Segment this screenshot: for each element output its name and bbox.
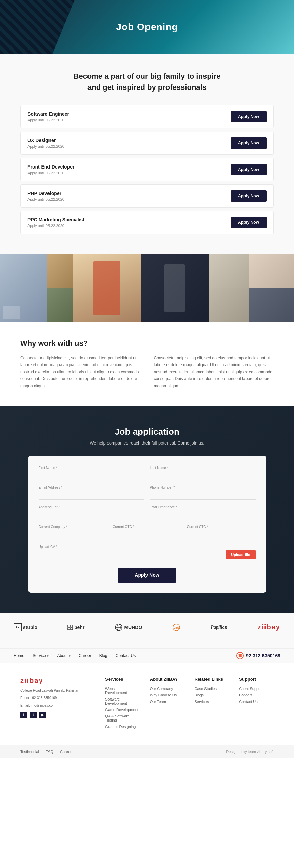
job-title-4: PPC Marketing Specialist <box>27 217 84 222</box>
apply-btn-0[interactable]: Apply Now <box>231 111 267 122</box>
footer-service-link-1[interactable]: Software Development <box>105 697 127 705</box>
job-deadline-2: Apply until 05.22.2020 <box>27 171 74 175</box>
tagline-heading: Become a part of our big family to inspi… <box>14 71 280 93</box>
footer-service-link-4[interactable]: Graphic Designing <box>105 725 136 729</box>
nav-contact[interactable]: Contact Us <box>116 653 136 658</box>
upload-label: Upload CV * <box>39 545 222 549</box>
footer-service-link-2[interactable]: Game Development <box>105 708 138 712</box>
svg-rect-0 <box>68 625 70 627</box>
footer-about-link-1[interactable]: Why Choose Us <box>150 693 177 697</box>
applying-for-input[interactable] <box>39 510 144 519</box>
footer-related-1: Blogs <box>195 693 229 697</box>
youtube-icon[interactable]: ▶ <box>39 712 46 718</box>
ctc1-input[interactable] <box>113 530 181 539</box>
footer-about-0: Our Company <box>150 687 184 691</box>
nav-about[interactable]: About ▾ <box>57 653 71 658</box>
ctc2-label: Current CTC * <box>187 525 256 529</box>
job-info-3: PHP Developer Apply until 05.22.2020 <box>27 191 64 201</box>
footer-related-link-0[interactable]: Case Studies <box>195 687 217 691</box>
footer-brand: ziibay College Road Layyah Punjab, Pakis… <box>20 677 95 731</box>
applying-for-label: Applying For * <box>39 505 144 509</box>
apply-now-button[interactable]: Apply Now <box>118 568 176 583</box>
bottom-credit: Designed by team ziibay soft <box>226 750 274 754</box>
phone-icon: ☎ <box>236 652 244 659</box>
facebook-icon[interactable]: f <box>20 712 27 718</box>
footer-email: Email: info@ziibay.com <box>20 703 95 708</box>
experience-label: Total Experience * <box>150 505 256 509</box>
footer-services-list: Website Development Software Development… <box>105 687 140 729</box>
upload-row: Upload CV * Upload file <box>39 545 256 559</box>
hero-title: Job Opening <box>116 22 178 33</box>
upload-button[interactable]: Upload file <box>226 550 255 559</box>
footer-related-col: Related Links Case Studies Blogs Service… <box>195 677 229 731</box>
footer-related-title: Related Links <box>195 677 229 682</box>
bottom-link-faq[interactable]: FAQ <box>46 750 53 754</box>
bottom-links: Testimonial FAQ Career <box>20 750 72 754</box>
photo-3 <box>73 254 141 322</box>
phone-input[interactable] <box>150 491 256 500</box>
footer-support-link-1[interactable]: Careers <box>239 693 252 697</box>
job-info-0: Software Engineer Apply until 05.22.2020 <box>27 111 69 122</box>
partner-behr: behr <box>67 625 84 630</box>
photo-2a <box>47 254 73 288</box>
svg-rect-2 <box>68 628 70 630</box>
application-form: First Name * Last Name * Email Address *… <box>28 456 266 593</box>
footer-brand-name: ziibay <box>20 677 95 685</box>
first-name-input[interactable] <box>39 471 144 480</box>
mundo-icon <box>115 623 123 631</box>
experience-input[interactable] <box>150 510 256 519</box>
footer-related-link-2[interactable]: Services <box>195 699 209 704</box>
last-name-input[interactable] <box>150 471 256 480</box>
footer-related-link-1[interactable]: Blogs <box>195 693 204 697</box>
job-title-0: Software Engineer <box>27 111 69 117</box>
job-card-4: PPC Marketing Specialist Apply until 05.… <box>20 211 274 234</box>
ctc1-label: Current CTC * <box>113 525 181 529</box>
footer-address: College Road Layyah Punjab, Pakistan <box>20 688 95 693</box>
job-deadline-4: Apply until 05.22.2020 <box>27 224 84 228</box>
job-deadline-0: Apply until 05.22.2020 <box>27 118 69 122</box>
apply-btn-4[interactable]: Apply Now <box>231 217 267 228</box>
bottom-link-career[interactable]: Career <box>60 750 72 754</box>
apply-btn-3[interactable]: Apply Now <box>231 190 267 202</box>
company-label: Current Company * <box>39 525 107 529</box>
email-field: Email Address * <box>39 486 144 500</box>
ctc2-input[interactable] <box>187 530 256 539</box>
photo-col-5 <box>209 254 249 322</box>
footer-about-link-2[interactable]: Our Team <box>150 699 166 704</box>
footer-about-2: Our Team <box>150 699 184 704</box>
company-input[interactable] <box>39 530 107 539</box>
hero-bg-pattern <box>0 0 75 54</box>
photo-grid-section <box>0 254 294 322</box>
nav-service[interactable]: Service ▾ <box>33 653 49 658</box>
partner-ks-studio: ks stupio <box>14 623 37 631</box>
footer-service-3: QA & Software Testing <box>105 714 140 722</box>
footer-service-link-3[interactable]: QA & Software Testing <box>105 714 130 722</box>
last-name-field: Last Name * <box>150 466 256 480</box>
apply-btn-1[interactable]: Apply Now <box>231 137 267 149</box>
why-col-1: Consectetur adipisicing elit, sed do eiu… <box>20 355 140 389</box>
why-title: Why work with us? <box>20 339 274 348</box>
nav-career[interactable]: Career <box>79 653 91 658</box>
footer-about-col: About ZIIBAY Our Company Why Choose Us O… <box>150 677 184 731</box>
nav-home[interactable]: Home <box>14 653 24 658</box>
footer-service-link-0[interactable]: Website Development <box>105 687 127 695</box>
apply-btn-2[interactable]: Apply Now <box>231 164 267 175</box>
social-icons: f t ▶ <box>20 712 95 718</box>
footer-support-link-0[interactable]: Client Support <box>239 687 263 691</box>
bottom-link-testimonial[interactable]: Testimonial <box>20 750 39 754</box>
footer-service-0: Website Development <box>105 687 140 695</box>
twitter-icon[interactable]: t <box>30 712 37 718</box>
job-info-2: Front-End Developer Apply until 05.22.20… <box>27 164 74 175</box>
upload-input[interactable] <box>39 550 222 559</box>
footer-about-link-0[interactable]: Our Company <box>150 687 173 691</box>
form-row-contact: Email Address * Phone Number * <box>39 486 256 500</box>
footer-support-link-2[interactable]: Contact Us <box>239 699 257 704</box>
svg-text:CTS: CTS <box>174 626 179 629</box>
tagline-section: Become a part of our big family to inspi… <box>0 54 294 105</box>
footer-about-title: About ZIIBAY <box>150 677 184 682</box>
form-row-position: Applying For * Total Experience * <box>39 505 256 519</box>
nav-blog[interactable]: Blog <box>99 653 107 658</box>
footer-service-4: Graphic Designing <box>105 725 140 729</box>
email-input[interactable] <box>39 491 144 500</box>
photo-col-6 <box>249 254 294 322</box>
